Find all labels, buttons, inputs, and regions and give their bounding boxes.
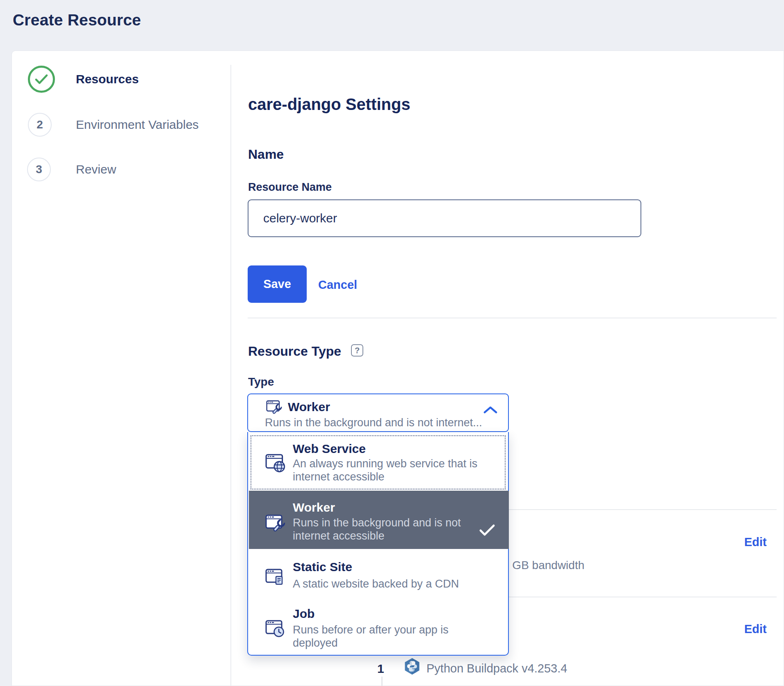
section-divider <box>248 318 777 318</box>
option-description: Runs in the background and is not intern… <box>293 516 469 542</box>
browser-globe-icon <box>265 453 287 474</box>
help-icon[interactable]: ? <box>351 344 363 357</box>
resource-name-label: Resource Name <box>248 181 332 194</box>
create-resource-page: Create Resource Resources 2 Environment … <box>0 0 784 686</box>
name-section-title: Name <box>248 147 284 162</box>
step-label: Resources <box>76 72 139 86</box>
option-title: Worker <box>293 501 335 514</box>
select-value-description: Runs in the background and is not intern… <box>265 416 482 429</box>
browser-clock-icon <box>265 619 286 639</box>
resource-type-select[interactable]: Worker Runs in the background and is not… <box>247 393 509 432</box>
step-label: Environment Variables <box>76 118 199 132</box>
option-description: Runs before or after your app is deploye… <box>293 623 465 649</box>
cancel-link[interactable]: Cancel <box>318 278 357 292</box>
check-icon <box>34 74 48 85</box>
resource-type-title: Resource Type <box>248 344 341 359</box>
build-step-number: 1 <box>377 662 384 676</box>
option-title: Static Site <box>293 560 352 574</box>
step-complete-circle <box>28 66 55 93</box>
step-number-circle: 3 <box>27 158 51 181</box>
option-description: A static website backed by a CDN <box>293 577 522 590</box>
stepper-step-resources[interactable]: Resources <box>25 64 221 96</box>
edit-link-plan[interactable]: Edit <box>744 535 767 549</box>
option-title: Web Service <box>293 442 366 456</box>
bandwidth-text: 0 GB bandwidth <box>503 559 584 572</box>
select-value-title: Worker <box>288 400 330 414</box>
selected-check-icon <box>479 524 495 536</box>
buildpack-label: Python Buildpack v4.253.4 <box>426 662 567 675</box>
browser-wrench-icon <box>265 513 286 534</box>
page-title: Create Resource <box>13 11 141 29</box>
browser-wrench-icon <box>266 399 283 416</box>
resource-type-dropdown: Web Service An always running web servic… <box>247 432 509 656</box>
type-label: Type <box>248 375 274 388</box>
option-job[interactable]: Job Runs before or after your app is dep… <box>248 599 508 655</box>
resource-name-input[interactable] <box>248 199 641 237</box>
python-buildpack-icon <box>403 657 421 675</box>
settings-heading: care-django Settings <box>248 95 410 113</box>
timeline-connector <box>381 677 383 686</box>
stepper-step-environment-variables[interactable]: 2 Environment Variables <box>25 111 221 139</box>
browser-document-icon <box>265 567 286 588</box>
step-number-circle: 2 <box>28 113 52 137</box>
option-description: An always running web service that is in… <box>293 457 490 483</box>
chevron-up-icon <box>483 406 497 414</box>
option-title: Job <box>293 607 315 621</box>
option-static-site[interactable]: Static Site A static website backed by a… <box>248 549 508 599</box>
edit-link-build[interactable]: Edit <box>744 622 767 636</box>
option-web-service[interactable]: Web Service An always running web servic… <box>248 433 508 491</box>
stepper-step-review[interactable]: 3 Review <box>25 155 221 184</box>
step-label: Review <box>76 162 116 176</box>
stepper-content-divider <box>230 65 231 686</box>
save-button[interactable]: Save <box>248 265 307 303</box>
option-worker[interactable]: Worker Runs in the background and is not… <box>248 491 508 549</box>
